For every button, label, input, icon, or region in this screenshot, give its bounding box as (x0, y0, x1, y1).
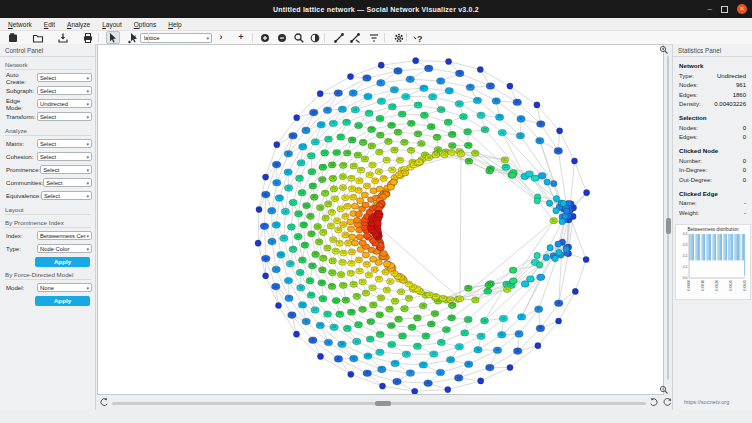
graph-node[interactable] (556, 249, 562, 255)
remove-edge-icon[interactable] (348, 31, 362, 44)
graph-node[interactable] (534, 252, 540, 258)
graph-node[interactable] (547, 245, 553, 251)
graph-node[interactable] (412, 388, 418, 394)
graph-node[interactable] (294, 115, 300, 121)
graph-node[interactable] (534, 102, 540, 108)
minimize-icon[interactable]: – (708, 5, 712, 13)
apply-button[interactable]: Apply (35, 257, 90, 267)
add-edge-icon[interactable] (332, 31, 346, 44)
menu-edit[interactable]: Edit (38, 21, 61, 28)
print-network-icon[interactable] (81, 31, 95, 44)
combo-equivalence[interactable]: Select▾ (41, 191, 92, 200)
zoom-in-icon[interactable] (659, 45, 668, 55)
menu-help[interactable]: Help (162, 21, 187, 28)
rotate-slider-handle[interactable] (375, 401, 391, 406)
graph-node[interactable] (379, 383, 385, 389)
rotate-slider[interactable] (112, 402, 646, 405)
open-network-icon[interactable] (31, 31, 45, 44)
menu-analyze[interactable]: Analyze (61, 21, 96, 28)
new-network-icon[interactable] (6, 31, 20, 44)
graph-node[interactable] (445, 387, 451, 393)
graph-node[interactable] (347, 74, 353, 80)
graph-node[interactable] (413, 58, 419, 64)
apply-button[interactable]: Apply (35, 296, 90, 306)
graph-node[interactable] (317, 353, 323, 359)
graph-node[interactable] (544, 179, 550, 185)
graph-node[interactable] (356, 234, 363, 240)
graph-node[interactable] (535, 343, 541, 349)
graph-node[interactable] (348, 371, 354, 377)
zoom-slider[interactable] (667, 56, 669, 380)
socnetv-link[interactable]: https://socnetv.org (684, 399, 729, 405)
combo-model[interactable]: None▾ (37, 283, 92, 292)
select-tool-icon[interactable] (106, 31, 120, 44)
menu-layout[interactable]: Layout (96, 21, 128, 28)
rotate-left-icon[interactable] (99, 397, 108, 407)
graph-node[interactable] (255, 240, 261, 246)
graph-node[interactable] (362, 202, 369, 208)
remove-node-icon[interactable] (275, 31, 289, 44)
node-color-icon[interactable] (308, 31, 322, 44)
combo-auto-create[interactable]: Select▾ (37, 73, 92, 82)
graph-node[interactable] (507, 83, 513, 89)
graph-node[interactable] (380, 251, 387, 257)
graph-node[interactable] (361, 192, 368, 198)
graph-node[interactable] (387, 184, 394, 190)
graph-node[interactable] (571, 158, 577, 164)
graph-node[interactable] (293, 331, 299, 337)
zoom-slider-handle[interactable] (666, 218, 671, 234)
graph-node[interactable] (509, 172, 517, 178)
graph-node[interactable] (509, 278, 517, 284)
graph-node[interactable] (370, 256, 377, 262)
graph-node[interactable] (363, 233, 370, 239)
save-network-icon[interactable] (56, 31, 70, 44)
graph-node[interactable] (374, 220, 381, 226)
graph-node[interactable] (383, 261, 390, 267)
combo-matrix[interactable]: Select▾ (37, 139, 92, 148)
graph-node[interactable] (359, 240, 366, 246)
add-relation-button[interactable]: + (236, 31, 246, 44)
graph-node[interactable] (534, 198, 540, 204)
whats-this-help-icon[interactable]: ? (411, 31, 425, 44)
graph-node[interactable] (557, 128, 563, 134)
graph-node[interactable] (275, 302, 281, 308)
graph-node[interactable] (572, 288, 578, 294)
zoom-out-icon[interactable] (659, 385, 668, 395)
menu-options[interactable]: Options (128, 21, 162, 28)
graph-node[interactable] (477, 66, 483, 72)
graph-node[interactable] (317, 91, 323, 97)
add-node-icon[interactable] (258, 31, 272, 44)
reset-view-icon[interactable] (662, 397, 671, 407)
graph-node[interactable] (362, 252, 369, 258)
graph-node[interactable] (353, 217, 360, 223)
menu-network[interactable]: Network (2, 21, 38, 28)
graph-node[interactable] (563, 246, 569, 252)
graph-node[interactable] (526, 276, 534, 282)
combo-type[interactable]: Node Color▾ (37, 244, 92, 253)
graph-node[interactable] (256, 206, 262, 212)
graph-node[interactable] (560, 200, 566, 206)
combo-edge-mode[interactable]: Undirected▾ (37, 99, 92, 108)
graph-node[interactable] (563, 208, 569, 214)
graph-node[interactable] (446, 58, 452, 64)
graph-canvas[interactable]: 3435363738394041424344454647484950515253… (97, 44, 664, 395)
graph-node[interactable] (543, 254, 549, 260)
graph-node[interactable] (263, 174, 269, 180)
graph-node[interactable] (507, 364, 513, 370)
graph-node[interactable] (347, 226, 354, 232)
combo-transform[interactable]: Select▾ (37, 112, 92, 121)
edge-pointer-tool-icon[interactable] (126, 31, 140, 44)
graph-node[interactable] (274, 142, 280, 148)
graph-node[interactable] (347, 219, 354, 225)
graph-node[interactable] (583, 256, 589, 262)
graph-node[interactable] (537, 274, 545, 280)
close-icon[interactable]: × (737, 4, 747, 14)
combo-communities[interactable]: Select▾ (43, 178, 92, 187)
next-relation-button[interactable]: › (216, 31, 226, 44)
graph-node[interactable] (263, 273, 269, 279)
graph-node[interactable] (351, 203, 358, 209)
find-node-icon[interactable] (292, 31, 306, 44)
settings-icon[interactable] (392, 31, 406, 44)
graph-node[interactable] (553, 196, 559, 202)
graph-node[interactable] (509, 267, 517, 273)
